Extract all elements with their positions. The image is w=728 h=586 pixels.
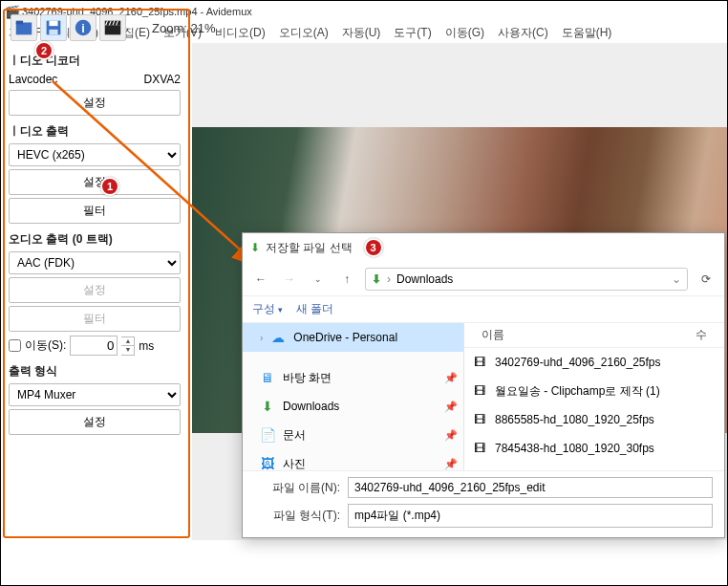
- shift-input[interactable]: [70, 336, 118, 356]
- nav-label: OneDrive - Personal: [293, 331, 397, 344]
- nav-label: 바탕 화면: [283, 370, 332, 386]
- video-file-icon: 🎞: [472, 412, 487, 427]
- column-modified-header[interactable]: 수: [696, 327, 707, 343]
- output-format-title: 출력 형식: [9, 363, 181, 380]
- file-name: 3402769-uhd_4096_2160_25fps: [495, 356, 661, 369]
- nav-item-desktop[interactable]: 🖥바탕 화면📌: [243, 363, 463, 392]
- audio-output-title: 오디오 출력 (0 트랙): [9, 231, 181, 248]
- main-row: i Zoom: 21% ㅣ디오 디코더 Lavcodec DXVA2 설정 ㅣ디…: [1, 43, 727, 540]
- refresh-button[interactable]: ⟳: [696, 269, 717, 290]
- clapper-button[interactable]: [99, 14, 126, 41]
- annotation-badge-2: 2: [34, 41, 54, 60]
- svg-rect-1: [16, 21, 23, 25]
- nav-item-documents[interactable]: 📄문서📌: [243, 421, 463, 449]
- path-box[interactable]: ⬇ › Downloads ⌄: [365, 268, 688, 291]
- annotation-badge-3: 3: [364, 238, 383, 257]
- nav-back-button[interactable]: ←: [250, 269, 271, 290]
- chevron-right-icon: ›: [260, 333, 263, 343]
- audio-codec-select[interactable]: AAC (FDK): [9, 251, 181, 274]
- file-row[interactable]: 🎞8865585-hd_1080_1920_25fps: [464, 405, 724, 434]
- file-type-label: 파일 형식(T):: [254, 508, 340, 524]
- shift-checkbox[interactable]: [9, 339, 21, 352]
- muxer-settings-button[interactable]: 설정: [9, 409, 181, 435]
- nav-item-onedrive[interactable]: ›☁OneDrive - Personal: [243, 323, 463, 352]
- svg-rect-0: [16, 23, 32, 35]
- svg-rect-7: [105, 25, 121, 34]
- svg-text:i: i: [81, 21, 85, 35]
- pin-icon: 📌: [444, 401, 458, 413]
- audio-filter-button[interactable]: 필터: [9, 306, 181, 332]
- ms-label: ms: [139, 339, 154, 353]
- annotation-badge-1: 1: [100, 177, 119, 196]
- nav-up-button[interactable]: ↑: [336, 269, 357, 290]
- file-name: 8865585-hd_1080_1920_25fps: [495, 413, 654, 426]
- zoom-label: Zoom: 21%: [152, 21, 215, 35]
- pin-icon: 📌: [444, 429, 458, 442]
- pin-icon: 📌: [444, 458, 458, 470]
- download-icon: ⬇: [260, 399, 275, 414]
- svg-rect-4: [49, 30, 57, 35]
- decoder-settings-button[interactable]: 설정: [9, 90, 181, 116]
- picture-icon: 🖼: [260, 456, 275, 470]
- nav-recent-dropdown[interactable]: ⌄: [308, 269, 329, 290]
- muxer-select[interactable]: MP4 Muxer: [9, 383, 181, 406]
- nav-item-pictures[interactable]: 🖼사진📌: [243, 449, 463, 470]
- video-output-title: ㅣ디오 출력: [9, 123, 181, 140]
- document-icon: 📄: [260, 427, 275, 443]
- download-folder-icon: ⬇: [372, 272, 381, 286]
- dialog-title-bar: ⬇ 저장할 파일 선택 3: [243, 233, 724, 262]
- nav-item-downloads[interactable]: ⬇Downloads📌: [243, 392, 463, 421]
- nav-label: 문서: [283, 427, 306, 444]
- shift-label: 이동(S):: [25, 337, 66, 354]
- save-dialog-icon: ⬇: [250, 241, 260, 254]
- file-name-label: 파일 이름(N):: [254, 480, 340, 496]
- file-type-select[interactable]: mp4파일 (*.mp4): [348, 504, 713, 528]
- file-name: 7845438-hd_1080_1920_30fps: [495, 442, 654, 455]
- file-name-input[interactable]: [348, 477, 713, 498]
- svg-rect-3: [49, 21, 57, 27]
- video-filter-button[interactable]: 필터: [9, 198, 181, 224]
- video-file-icon: 🎞: [472, 355, 487, 370]
- nav-label: Downloads: [283, 400, 339, 413]
- video-settings-button[interactable]: 설정: [9, 169, 181, 195]
- video-file-icon: 🎞: [472, 383, 487, 399]
- side-panel: i Zoom: 21% ㅣ디오 디코더 Lavcodec DXVA2 설정 ㅣ디…: [3, 9, 190, 538]
- chevron-right-icon: ›: [387, 272, 391, 286]
- video-codec-select[interactable]: HEVC (x265): [9, 143, 181, 166]
- file-row[interactable]: 🎞7845438-hd_1080_1920_30fps: [464, 434, 724, 463]
- lavcodec-label: Lavcodec: [9, 73, 57, 86]
- file-row[interactable]: 🎞8519530-uhd_2160_3840_30fps: [464, 463, 724, 470]
- save-button[interactable]: [40, 14, 67, 41]
- dxva-label: DXVA2: [144, 73, 181, 86]
- info-button[interactable]: i: [70, 14, 96, 41]
- nav-label: 사진: [283, 456, 306, 471]
- file-list-panel: 이름 수 🎞3402769-uhd_4096_2160_25fps 🎞월요일송 …: [464, 323, 724, 470]
- pin-icon: 📌: [444, 372, 458, 384]
- audio-settings-button[interactable]: 설정: [9, 277, 181, 303]
- shift-spinner[interactable]: ▲▼: [121, 336, 135, 356]
- save-dialog: ⬇ 저장할 파일 선택 3 ← → ⌄ ↑ ⬇ › Downloads ⌄ ⟳ …: [242, 232, 725, 538]
- video-file-icon: 🎞: [472, 441, 487, 456]
- open-button[interactable]: [11, 14, 37, 41]
- toolbar: i Zoom: 21%: [7, 11, 723, 45]
- new-folder-button[interactable]: 새 폴더: [296, 301, 333, 317]
- desktop-icon: 🖥: [260, 370, 275, 385]
- nav-forward-button[interactable]: →: [279, 269, 300, 290]
- save-dialog-title: 저장할 파일 선택: [266, 240, 353, 256]
- chevron-down-icon[interactable]: ⌄: [672, 272, 681, 286]
- column-name-header[interactable]: 이름: [482, 327, 504, 343]
- path-segment[interactable]: Downloads: [396, 272, 453, 286]
- file-name: 월요일송 - Clipchamp로 제작 (1): [495, 383, 660, 400]
- file-row[interactable]: 🎞3402769-uhd_4096_2160_25fps: [464, 348, 724, 377]
- decoder-section-title: ㅣ디오 디코더: [9, 53, 181, 69]
- organize-menu[interactable]: 구성: [252, 301, 283, 317]
- file-type-value: mp4파일 (*.mp4): [354, 508, 440, 524]
- cloud-icon: ☁: [270, 330, 286, 345]
- dialog-nav-panel: ›☁OneDrive - Personal 🖥바탕 화면📌 ⬇Downloads…: [243, 323, 464, 470]
- file-row[interactable]: 🎞월요일송 - Clipchamp로 제작 (1): [464, 377, 724, 405]
